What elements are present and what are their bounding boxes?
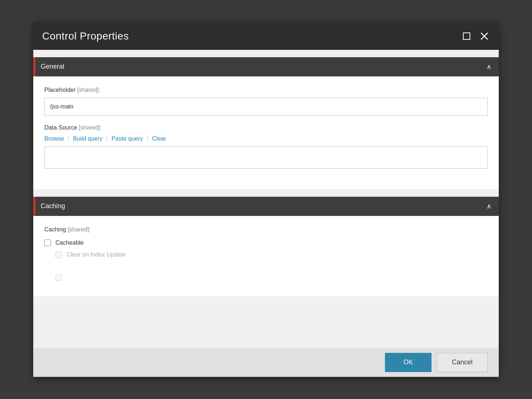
datasource-link-row: Browse | Build query | Paste query | Cle…	[44, 135, 488, 142]
cacheable-label[interactable]: Cacheable	[55, 240, 84, 246]
close-button[interactable]	[479, 31, 490, 42]
paste-query-link[interactable]: Paste query	[112, 135, 147, 142]
general-section-header[interactable]: General ∧	[33, 57, 499, 76]
general-collapse-icon: ∧	[487, 63, 491, 71]
dialog-footer: OK Cancel	[33, 348, 499, 377]
partial-checkbox[interactable]	[55, 274, 62, 281]
placeholder-field-group: Placeholder [shared]:	[44, 87, 488, 116]
separator-3: |	[147, 135, 148, 142]
dialog-title: Control Properties	[42, 30, 129, 42]
build-query-link[interactable]: Build query	[73, 135, 106, 142]
separator-2: |	[106, 135, 108, 142]
control-properties-dialog: Control Properties General ∧	[33, 23, 499, 377]
partial-row	[44, 274, 488, 281]
general-section-title: General	[37, 63, 64, 70]
caching-collapse-icon: ∧	[487, 202, 491, 210]
title-bar: Control Properties	[33, 23, 499, 50]
datasource-input[interactable]	[44, 147, 488, 169]
dialog-body: General ∧ Placeholder [shared]: Data Sou…	[33, 50, 499, 348]
placeholder-label: Placeholder [shared]:	[44, 87, 488, 93]
browse-link[interactable]: Browse	[44, 135, 68, 142]
cacheable-checkbox[interactable]	[44, 240, 51, 246]
clear-on-index-update-row: Clear on Index Update	[44, 251, 488, 258]
caching-label: Caching [shared]:	[44, 226, 488, 233]
ok-button[interactable]: OK	[385, 353, 432, 372]
main-content[interactable]: General ∧ Placeholder [shared]: Data Sou…	[33, 50, 499, 348]
separator-1: |	[68, 135, 69, 142]
caching-section-body: Caching [shared]: Cacheable Clear on Ind…	[33, 216, 499, 296]
section-gap	[33, 189, 499, 197]
caching-section-title: Caching	[37, 202, 65, 210]
svg-rect-0	[463, 33, 470, 39]
cancel-button[interactable]: Cancel	[437, 353, 488, 372]
clear-link[interactable]: Clear	[152, 135, 170, 142]
maximize-button[interactable]	[461, 31, 472, 42]
title-bar-controls	[461, 31, 490, 42]
placeholder-input[interactable]	[44, 98, 488, 116]
cacheable-row: Cacheable	[44, 240, 488, 246]
caching-section-header[interactable]: Caching ∧	[33, 197, 499, 216]
datasource-field-group: Data Source [shared]: Browse | Build que…	[44, 124, 488, 170]
clear-on-index-update-checkbox[interactable]	[55, 251, 62, 258]
datasource-label: Data Source [shared]:	[44, 124, 488, 131]
clear-on-index-update-label: Clear on Index Update	[66, 251, 126, 258]
general-section-body: Placeholder [shared]: Data Source [share…	[33, 76, 499, 189]
